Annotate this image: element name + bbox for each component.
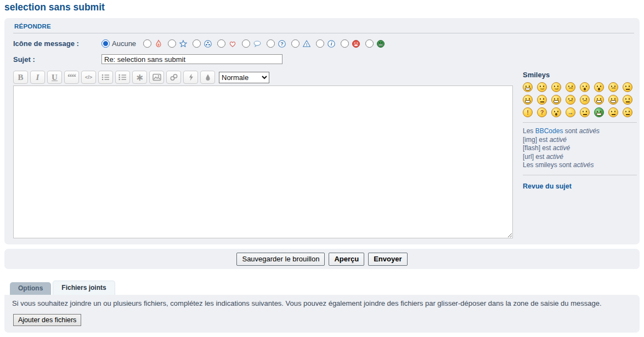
smiley-evil[interactable] [608, 95, 618, 105]
list-bullet-button[interactable] [98, 71, 113, 84]
smiley-smile[interactable] [537, 82, 547, 92]
bold-button[interactable]: B [13, 71, 28, 84]
smiley-cool[interactable] [623, 82, 632, 92]
message-icon-radio-info-circle[interactable] [316, 39, 324, 48]
smiley-neutral[interactable] [580, 107, 590, 117]
message-icon-radio-none[interactable] [101, 39, 110, 48]
message-icon-radio-question-circle[interactable] [267, 39, 275, 48]
link-button[interactable] [166, 71, 181, 84]
bbcode-status-line: [img] est activé [523, 136, 637, 145]
quote-button[interactable]: ““ [64, 71, 79, 84]
save-draft-button[interactable]: Sauvegarder le brouillon [236, 253, 325, 266]
smiley-razz[interactable] [551, 95, 561, 105]
list-ordered-button[interactable] [115, 71, 130, 84]
message-icon-option-info-circle[interactable]: i [316, 39, 336, 48]
green-face-icon [376, 39, 385, 48]
submit-button[interactable]: Envoyer [368, 253, 407, 266]
warning-triangle-icon: ! [302, 39, 311, 48]
message-icon-radio-star[interactable] [168, 39, 176, 48]
smiley-very-happy[interactable] [523, 82, 533, 92]
smiley-mad[interactable] [537, 95, 547, 105]
message-icon-option-none[interactable]: Aucune [101, 39, 138, 48]
dots-circle-icon [203, 39, 212, 48]
editor-sidebar: Smileys !?→ Les BBCodes sont activés[img… [523, 71, 637, 240]
underline-button[interactable]: U [47, 71, 62, 84]
smiley-embarrassed[interactable] [566, 95, 575, 105]
message-icon-radio-red-face[interactable] [341, 39, 349, 48]
flash-button[interactable] [183, 71, 198, 84]
smiley-question[interactable]: ? [537, 107, 547, 117]
font-colour-button[interactable] [200, 71, 215, 84]
smiley-wink[interactable] [551, 82, 561, 92]
message-icon-option-dots-circle[interactable] [193, 39, 212, 48]
message-icon-radio-speech-bubble[interactable] [242, 39, 250, 48]
message-icon-radio-warning-triangle[interactable] [291, 39, 300, 48]
bbcodes-link[interactable]: BBCodes [535, 127, 563, 135]
smiley-crying[interactable] [580, 95, 590, 105]
bbcode-status-list: Les BBCodes sont activés[img] est activé… [523, 127, 637, 170]
message-icon-option-question-circle[interactable]: ? [267, 39, 286, 48]
message-icon-option-red-face[interactable] [341, 39, 360, 48]
smiley-mr-green[interactable] [594, 107, 604, 117]
message-icon-option-speech-bubble[interactable] [242, 39, 262, 48]
message-icon-options: Aucune ?!i [101, 39, 390, 48]
smiley-idea[interactable] [551, 107, 561, 117]
smiley-ultra-nerd[interactable] [623, 107, 632, 117]
toolbar-buttons: BIU““</>∗ [13, 71, 215, 84]
bbcode-status-line: [url] est activé [523, 153, 637, 162]
question-circle-icon: ? [277, 39, 286, 48]
tab-options[interactable]: Options [10, 282, 51, 295]
speech-bubble-icon [252, 39, 262, 48]
message-icon-radio-dots-circle[interactable] [193, 39, 201, 48]
smiley-sad[interactable] [566, 82, 575, 92]
tab-fichiers-joints[interactable]: Fichiers joints [53, 281, 115, 295]
message-icon-radio-heart[interactable] [217, 39, 225, 48]
red-face-icon [351, 39, 360, 48]
page-title: selection sans submit [4, 2, 640, 13]
panel-header: RÉPONDRE [13, 21, 634, 33]
smiley-confused[interactable] [608, 82, 618, 92]
svg-text:?: ? [280, 41, 284, 47]
smiley-eek[interactable] [594, 82, 604, 92]
message-icon-radio-green-face[interactable] [365, 39, 374, 48]
message-icon-option-green-face[interactable] [365, 39, 385, 48]
add-files-button[interactable]: Ajouter des fichiers [13, 314, 81, 326]
reply-form-panel: RÉPONDRE Icône de message : Aucune ?!i S… [4, 18, 640, 244]
star-icon [178, 39, 188, 48]
editor-area: BIU““</>∗ Normale Smileys !?→ Les BBCode… [13, 71, 634, 240]
preview-button[interactable]: Aperçu [329, 253, 364, 266]
info-circle-icon: i [326, 39, 336, 48]
svg-text:!: ! [306, 42, 307, 47]
topic-review-link[interactable]: Revue du sujet [523, 182, 572, 190]
smiley-twisted-evil[interactable] [594, 95, 604, 105]
attachments-panel: Si vous souhaitez joindre un ou plusieur… [4, 295, 640, 333]
message-icon-radio-fire[interactable] [143, 39, 151, 48]
message-icon-option-warning-triangle[interactable]: ! [291, 39, 311, 48]
smiley-exclaim[interactable]: ! [523, 107, 533, 117]
reply-page: selection sans submit RÉPONDRE Icône de … [0, 2, 644, 333]
smiley-laughing[interactable] [523, 95, 533, 105]
italic-button[interactable]: I [30, 71, 45, 84]
sidebar-divider-top [523, 122, 637, 123]
code-button[interactable]: </> [81, 71, 96, 84]
message-icon-label: Icône de message : [13, 39, 101, 48]
smiley-rolleyes[interactable] [623, 95, 632, 105]
bbcode-status-line: Les BBCodes sont activés [523, 127, 637, 136]
attachment-tabs: Options Fichiers joints [10, 281, 640, 295]
font-size-select[interactable]: Normale [219, 72, 269, 83]
bbcode-status-line: Les smileys sont activés [523, 161, 637, 170]
asterisk-button[interactable]: ∗ [132, 71, 147, 84]
message-icon-option-star[interactable] [168, 39, 188, 48]
message-body-textarea[interactable] [13, 85, 513, 238]
smiley-arrow[interactable]: → [566, 107, 575, 117]
smiley-shocked[interactable] [580, 82, 590, 92]
subject-input[interactable] [101, 54, 283, 64]
subject-label: Sujet : [13, 55, 101, 64]
message-icon-none-label: Aucune [112, 39, 136, 48]
message-icon-option-fire[interactable] [143, 39, 163, 48]
image-button[interactable] [149, 71, 164, 84]
message-icon-option-heart[interactable] [217, 39, 237, 48]
smiley-grid: !?→ [523, 82, 637, 117]
bbcode-status-line: [flash] est activé [523, 144, 637, 153]
smiley-geek[interactable] [608, 107, 618, 117]
